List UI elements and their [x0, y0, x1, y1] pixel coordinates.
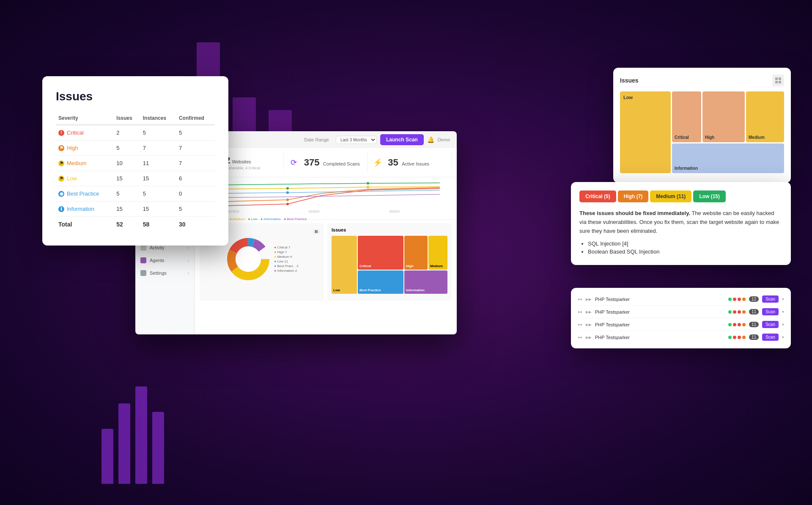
svg-point-11: [367, 182, 369, 185]
treemap-view-toggle[interactable]: [772, 75, 784, 86]
agents-icon: [140, 257, 146, 263]
dot-orange: [742, 336, 746, 339]
mini-cell-bestpractice: Best Practice: [358, 270, 403, 294]
issues-treemap-title: Issues: [332, 227, 447, 232]
dot-red: [733, 336, 736, 339]
list-item: SQL Injection [4]: [588, 240, 782, 247]
medium-icon: ⚑: [58, 160, 64, 166]
tab-critical[interactable]: Critical (5): [579, 190, 616, 202]
critical-issues-card: Critical (5) High (7) Medium (11) Low (1…: [571, 182, 791, 265]
dot-red: [738, 336, 741, 339]
tab-high[interactable]: High (7): [618, 190, 649, 202]
scan-dropdown-arrow[interactable]: ▾: [782, 297, 784, 301]
pie-chart: [225, 236, 272, 282]
grid-icon: [775, 77, 781, 83]
information-icon: ℹ: [58, 206, 64, 212]
website-row-4: ●● ▶▶ PHP Testsparker 11 Scan ▾: [578, 331, 784, 343]
dot-orange: [742, 310, 746, 314]
legend-bestpractice: ● Best Practice: [284, 217, 307, 221]
status-dots: [728, 310, 746, 314]
critical-description: These issues should be fixed immediately…: [579, 209, 782, 235]
severities-view-toggle[interactable]: ⊞: [313, 229, 320, 234]
dot-orange: [742, 323, 746, 326]
active-issues-icon: ⚡: [371, 156, 384, 169]
legend-information: ● Information: [261, 217, 280, 221]
scans-icon: ⟳: [287, 156, 301, 169]
svg-text:03/2022: 03/2022: [389, 210, 400, 213]
scan-dropdown-arrow[interactable]: ▾: [782, 335, 784, 339]
purple-bar-3: [135, 386, 147, 484]
mini-cell-high: High: [404, 236, 428, 270]
demo-label: Demo: [438, 137, 450, 142]
svg-rect-3: [779, 81, 781, 83]
sidebar-item-settings[interactable]: Settings ›: [135, 267, 194, 279]
dot-red: [738, 323, 741, 326]
tab-medium[interactable]: Medium (11): [650, 190, 691, 202]
launch-scan-label: Launch Scan: [386, 137, 418, 143]
svg-point-8: [286, 199, 289, 201]
date-range-label: Date Range: [304, 137, 329, 142]
treemap-cell-information: Information: [672, 143, 784, 173]
table-row: !Critical 2 5 5: [56, 125, 215, 141]
legend-medium: ● Medium: [230, 217, 245, 221]
dot-orange: [742, 298, 746, 301]
chevron-icon: ›: [188, 258, 189, 263]
bestpractice-icon: ◉: [58, 191, 64, 197]
mini-cell-critical: Critical: [358, 236, 403, 270]
purple-bar-2: [118, 403, 130, 484]
bell-icon[interactable]: 🔔: [427, 136, 434, 143]
scan-button[interactable]: Scan: [762, 321, 779, 328]
sidebar-item-agents[interactable]: Agents ›: [135, 254, 194, 267]
svg-point-7: [286, 203, 289, 205]
legend-low: ● Low: [248, 217, 258, 221]
treemap-cell-low: Low: [620, 91, 671, 173]
website-row-2: ●● ▶▶ PHP Testsparker 11 Scan ▾: [578, 306, 784, 318]
scan-dropdown-arrow[interactable]: ▾: [782, 322, 784, 327]
table-row: ⚑High 5 7 7: [56, 141, 215, 156]
treemap-header: Issues: [620, 75, 784, 86]
low-icon: ⚑: [58, 176, 64, 182]
svg-rect-1: [779, 77, 781, 80]
svg-point-9: [286, 187, 289, 190]
activity-icon: [140, 245, 146, 251]
dot-red: [733, 310, 736, 314]
trend-chart: 01/2022 02/2022 03/2022: [200, 181, 452, 215]
dot-red: [733, 323, 736, 326]
col-severity: Severity: [56, 112, 114, 125]
trend-legend: ● Critical ● High ● Medium ● Low ● Infor…: [200, 217, 452, 221]
mini-cell-medium: Medium: [428, 236, 447, 270]
website-row-1: ●● ▶▶ PHP Testsparker 12 Scan ▾: [578, 293, 784, 306]
dot-green: [728, 336, 732, 339]
status-dots: [728, 323, 746, 326]
table-total-row: Total 52 58 30: [56, 217, 215, 232]
high-icon: ⚑: [58, 145, 64, 151]
treemap-cell-medium: Medium: [746, 91, 784, 142]
scan-button[interactable]: Scan: [762, 334, 779, 341]
launch-scan-button[interactable]: Launch Scan: [380, 134, 424, 145]
chevron-icon: ›: [188, 271, 189, 276]
purple-bar-1: [102, 429, 113, 484]
scan-dropdown-arrow[interactable]: ▾: [782, 309, 784, 314]
svg-rect-0: [775, 77, 778, 80]
issues-table-card: Issues Severity Issues Instances Confirm…: [42, 76, 228, 246]
stats-row: 🌐 12 Websites 10 Vulnerable, 4 Critical …: [195, 148, 457, 177]
table-row: ⚑Low 15 15 6: [56, 171, 215, 186]
svg-point-10: [286, 191, 289, 194]
trend-chart-area: 01/2022 02/2022 03/2022 ● Critical ● Hig…: [195, 177, 457, 220]
date-range-select[interactable]: Last 3 Months: [336, 136, 377, 144]
issues-treemap-card: Issues Low Critical High Medium Best Pra…: [327, 223, 452, 301]
col-instances: Instances: [140, 112, 176, 125]
tab-low[interactable]: Low (15): [693, 190, 726, 202]
col-issues: Issues: [114, 112, 140, 125]
list-item: Boolean Based SQL Injection: [588, 248, 782, 255]
settings-icon: [140, 270, 146, 276]
status-dots: [728, 298, 746, 301]
severity-tabs: Critical (5) High (7) Medium (11) Low (1…: [579, 190, 782, 202]
chevron-icon: ›: [188, 246, 189, 250]
svg-text:02/2022: 02/2022: [309, 210, 319, 213]
table-row: ℹInformation 15 15 5: [56, 201, 215, 217]
issues-table-title: Issues: [56, 90, 215, 103]
scan-button[interactable]: Scan: [762, 295, 779, 303]
scan-button[interactable]: Scan: [762, 308, 779, 315]
pie-legend: ● Critical 7 ● High 7 ● Medium 4 ● Low 1…: [274, 246, 298, 273]
